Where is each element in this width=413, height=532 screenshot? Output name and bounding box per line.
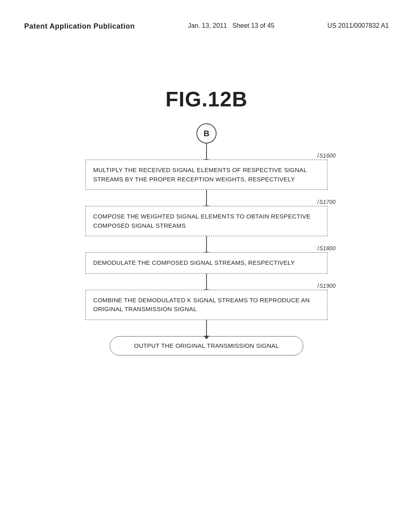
step-id-s1700: S1700 (317, 199, 336, 205)
step-s1900-box: COMBINE THE DEMODULATED K SIGNAL STREAMS… (86, 290, 327, 320)
arrow-4 (206, 274, 207, 290)
step-s1600-row: S1600 MULTIPLY THE RECEIVED SIGNAL ELEME… (65, 160, 348, 190)
step-s1800-box: DEMODULATE THE COMPOSED SIGNAL STREAMS, … (86, 252, 327, 274)
step-id-s1800: S1800 (317, 245, 336, 251)
header: Patent Application Publication Jan. 13, … (0, 0, 413, 39)
connector-b: B (196, 123, 217, 143)
step-s1800-row: S1800 DEMODULATE THE COMPOSED SIGNAL STR… (65, 252, 348, 274)
publication-number: US 2011/0007832 A1 (327, 22, 389, 29)
step-s1700-row: S1700 COMPOSE THE WEIGHTED SIGNAL ELEMEN… (65, 206, 348, 236)
step-s1600-box: MULTIPLY THE RECEIVED SIGNAL ELEMENTS OF… (86, 160, 327, 190)
step-id-s1600: S1600 (317, 152, 336, 159)
step-s1700-box: COMPOSE THE WEIGHTED SIGNAL ELEMENTS TO … (86, 206, 327, 236)
step-id-s1900: S1900 (317, 283, 336, 289)
arrow-1 (206, 143, 207, 160)
arrow-5 (206, 320, 207, 336)
step-s1900-row: S1900 COMBINE THE DEMODULATED K SIGNAL S… (65, 290, 348, 320)
page: Patent Application Publication Jan. 13, … (0, 0, 413, 532)
publication-date: Jan. 13, 2011 Sheet 13 of 45 (188, 22, 274, 29)
flowchart: B S1600 MULTIPLY THE RECEIVED SIGNAL ELE… (0, 123, 413, 380)
arrow-3 (206, 236, 207, 252)
arrow-2 (206, 190, 207, 206)
figure-title: FIG.12B (0, 87, 413, 111)
publication-title: Patent Application Publication (24, 22, 135, 31)
